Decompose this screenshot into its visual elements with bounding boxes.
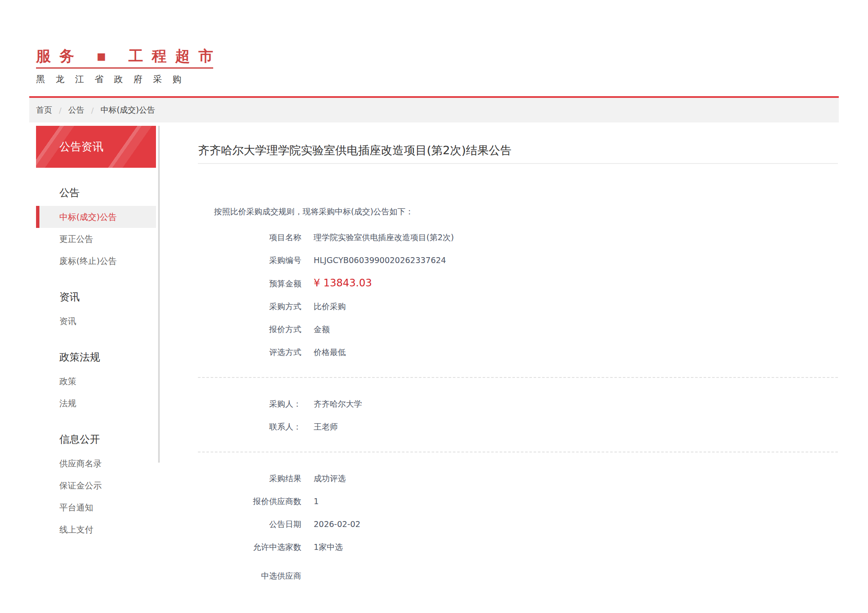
field-label: 报价方式	[198, 325, 301, 334]
site-header: 服务 ▪ 工程超市 黑龙江省政府采购	[29, 0, 839, 96]
field-label: 采购人：	[198, 399, 301, 408]
field-label: 公告日期	[198, 519, 301, 529]
sidebar-item-online-payment[interactable]: 线上支付	[36, 519, 156, 541]
field-row-procurement-method: 采购方式 比价采购	[198, 302, 838, 311]
field-row-project-name: 项目名称 理学院实验室供电插座改造项目(第2次)	[198, 233, 838, 242]
sidebar-item-award-notice[interactable]: 中标(成交)公告	[36, 206, 156, 228]
sidebar: 公告资讯 公告 中标(成交)公告 更正公告 废标(终止)公告 资讯 资讯 政策法…	[36, 126, 156, 580]
field-row-supplier-count: 报价供应商数 1	[198, 497, 838, 506]
sidebar-header: 公告资讯	[36, 126, 156, 168]
announcement-intro: 按照比价采购成交规则，现将采购中标(成交)公告如下：	[198, 206, 838, 216]
field-label: 报价供应商数	[198, 497, 301, 506]
main-content: 齐齐哈尔大学理学院实验室供电插座改造项目(第2次)结果公告 按照比价采购成交规则…	[156, 126, 839, 580]
selection-method-value: 价格最低	[314, 347, 346, 357]
field-label: 采购结果	[198, 474, 301, 483]
field-row-procurement-number: 采购编号 HLJGCYB0603990020262337624	[198, 255, 838, 265]
sidebar-group-announcements: 公告 中标(成交)公告 更正公告 废标(终止)公告	[36, 186, 156, 272]
field-label: 采购方式	[198, 302, 301, 311]
sidebar-item-policy[interactable]: 政策	[36, 370, 156, 392]
page-container: 服务 ▪ 工程超市 黑龙江省政府采购 首页 / 公告 / 中标(成交)公告 公告…	[29, 0, 839, 580]
field-label: 允许中选家数	[198, 542, 301, 552]
purchaser-value: 齐齐哈尔大学	[314, 399, 362, 408]
budget-amount-value: ¥ 13843.03	[314, 278, 372, 288]
contact-fields-block: 采购人： 齐齐哈尔大学 联系人： 王老师	[198, 399, 838, 431]
breadcrumb-separator: /	[59, 106, 61, 115]
sidebar-section-title-announcements: 公告	[36, 186, 156, 200]
sidebar-group-disclosure: 信息公开 供应商名录 保证金公示 平台通知 线上支付	[36, 432, 156, 541]
site-logo[interactable]: 服务 ▪ 工程超市 黑龙江省政府采购	[36, 47, 213, 85]
logo-title: 服务 ▪ 工程超市	[36, 47, 222, 64]
section-divider	[198, 377, 838, 378]
sidebar-item-platform-notice[interactable]: 平台通知	[36, 497, 156, 519]
sidebar-group-policy: 政策法规 政策 法规	[36, 350, 156, 414]
announcement-date-value: 2026-02-02	[314, 519, 360, 529]
field-row-winning-supplier: 中选供应商	[198, 571, 838, 580]
sidebar-item-deposit-publicity[interactable]: 保证金公示	[36, 474, 156, 497]
procurement-result-value: 成功评选	[314, 474, 346, 483]
breadcrumb: 首页 / 公告 / 中标(成交)公告	[29, 98, 839, 122]
sidebar-item-supplier-directory[interactable]: 供应商名录	[36, 452, 156, 474]
sidebar-item-regulations[interactable]: 法规	[36, 392, 156, 414]
basic-fields-block: 项目名称 理学院实验室供电插座改造项目(第2次) 采购编号 HLJGCYB060…	[198, 233, 838, 357]
field-row-procurement-result: 采购结果 成功评选	[198, 474, 838, 483]
field-label: 项目名称	[198, 233, 301, 242]
sidebar-group-news: 资讯 资讯	[36, 290, 156, 332]
field-label: 中选供应商	[198, 571, 301, 580]
allowed-winners-value: 1家中选	[314, 542, 343, 552]
contact-person-value: 王老师	[314, 422, 338, 431]
field-label: 预算金额	[198, 279, 301, 288]
sidebar-section-title-disclosure: 信息公开	[36, 432, 156, 447]
sidebar-section-title-policy: 政策法规	[36, 350, 156, 364]
field-label: 评选方式	[198, 347, 301, 357]
field-row-allowed-winners: 允许中选家数 1家中选	[198, 542, 838, 552]
quote-method-value: 金额	[314, 325, 330, 334]
field-row-selection-method: 评选方式 价格最低	[198, 347, 838, 357]
field-label: 联系人：	[198, 422, 301, 431]
field-row-quote-method: 报价方式 金额	[198, 325, 838, 334]
breadcrumb-home[interactable]: 首页	[36, 105, 52, 116]
sidebar-item-news[interactable]: 资讯	[36, 310, 156, 332]
field-row-announcement-date: 公告日期 2026-02-02	[198, 519, 838, 529]
section-divider	[198, 452, 838, 452]
field-label: 采购编号	[198, 255, 301, 265]
supplier-count-value: 1	[314, 497, 319, 506]
breadcrumb-separator: /	[91, 106, 94, 115]
body-row: 公告资讯 公告 中标(成交)公告 更正公告 废标(终止)公告 资讯 资讯 政策法…	[29, 126, 839, 580]
field-row-contact-person: 联系人： 王老师	[198, 422, 838, 431]
procurement-method-value: 比价采购	[314, 302, 346, 311]
field-row-budget-amount: 预算金额 ¥ 13843.03	[198, 278, 838, 288]
field-row-purchaser: 采购人： 齐齐哈尔大学	[198, 399, 838, 408]
breadcrumb-announcements[interactable]: 公告	[68, 105, 84, 116]
announcement-title: 齐齐哈尔大学理学院实验室供电插座改造项目(第2次)结果公告	[198, 143, 838, 164]
sidebar-item-cancellation-notice[interactable]: 废标(终止)公告	[36, 250, 156, 272]
logo-subtitle: 黑龙江省政府采购	[36, 73, 224, 85]
result-fields-block: 采购结果 成功评选 报价供应商数 1 公告日期 2026-02-02 允许中选家…	[198, 474, 838, 580]
project-name-value: 理学院实验室供电插座改造项目(第2次)	[314, 233, 454, 242]
sidebar-section-title-news: 资讯	[36, 290, 156, 304]
logo-underline	[36, 67, 213, 69]
procurement-number-value: HLJGCYB0603990020262337624	[314, 255, 446, 265]
sidebar-item-correction-notice[interactable]: 更正公告	[36, 228, 156, 250]
breadcrumb-current: 中标(成交)公告	[100, 105, 155, 116]
